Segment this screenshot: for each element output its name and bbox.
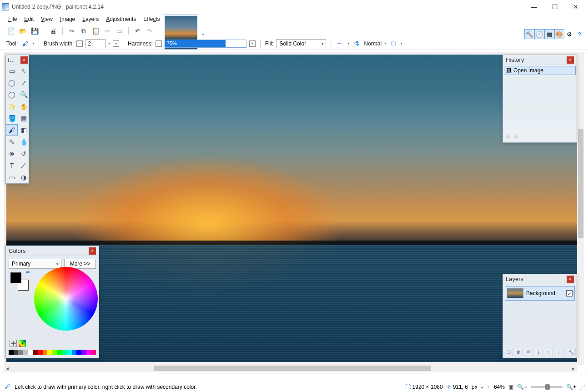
palette-swatch[interactable] [67, 350, 72, 355]
window-resize-grip-icon[interactable]: ⋰ [580, 384, 584, 390]
eraser-tool[interactable]: ◧ [18, 124, 30, 136]
palette-swatch[interactable] [81, 350, 86, 355]
help-button[interactable]: ? [574, 29, 584, 39]
menu-image[interactable]: Image [56, 15, 79, 23]
palette-swatch[interactable] [38, 350, 43, 355]
palette-swatch[interactable] [33, 350, 38, 355]
hardness-slider[interactable]: 75% [165, 40, 246, 48]
paintbrush-tool[interactable]: 🖌 [6, 124, 18, 136]
undo-all-icon[interactable]: ↶ [506, 134, 510, 141]
palette-swatch[interactable] [76, 350, 81, 355]
menu-layers[interactable]: Layers [79, 15, 102, 23]
palette-swatch[interactable] [28, 350, 33, 355]
image-list-chevron-icon[interactable]: ▾ [202, 32, 204, 37]
color-mode-select[interactable]: Primary [9, 259, 61, 269]
minimize-button[interactable]: ― [523, 0, 544, 14]
paint-bucket-tool[interactable]: 🪣 [6, 112, 18, 124]
palette-swatch[interactable] [14, 350, 19, 355]
layer-visible-checkbox[interactable]: ✓ [566, 290, 573, 297]
horizontal-scrollbar[interactable]: ◄ ► [4, 365, 577, 372]
scroll-left-icon[interactable]: ◄ [4, 365, 11, 372]
palette-swatch[interactable] [86, 350, 91, 355]
palette-swatch[interactable] [47, 350, 52, 355]
color-palette[interactable] [9, 350, 96, 355]
unit-chevron-icon[interactable]: ▴ [481, 385, 483, 389]
history-panel-close[interactable]: × [567, 56, 574, 64]
layers-window-toggle[interactable]: ▦ [544, 29, 554, 39]
scrollbar-thumb[interactable] [578, 129, 583, 238]
history-window-toggle[interactable]: 🕘 [534, 29, 544, 39]
add-color-button[interactable]: ➕ [10, 340, 17, 347]
swap-colors-icon[interactable]: ⇄ [26, 270, 30, 275]
close-button[interactable]: ✕ [565, 0, 586, 14]
palette-swatch[interactable] [23, 350, 28, 355]
line-tool[interactable]: ／ [18, 160, 30, 171]
scroll-right-icon[interactable]: ► [570, 365, 577, 372]
palette-swatch[interactable] [62, 350, 67, 355]
pencil-tool[interactable]: ✎ [6, 136, 18, 148]
magic-wand-tool[interactable]: ✨ [6, 101, 18, 112]
scrollbar-thumb[interactable] [154, 366, 431, 371]
hardness-decrease[interactable]: − [156, 40, 162, 47]
move-selection-tool[interactable]: ⤢ [18, 77, 30, 89]
primary-secondary-swatch[interactable]: ⇄ [10, 272, 29, 291]
palette-swatch[interactable] [43, 350, 48, 355]
blend-icon[interactable]: ⚗ [352, 39, 361, 48]
redo-all-icon[interactable]: ↷ [514, 134, 518, 141]
recolor-tool[interactable]: ↺ [18, 148, 30, 160]
colors-panel-close[interactable]: × [89, 247, 96, 255]
aa-chevron-icon[interactable]: ▾ [347, 41, 349, 45]
palette-swatch[interactable] [57, 350, 62, 355]
merge-down-button[interactable]: ⇓ [534, 348, 543, 356]
menu-file[interactable]: File [5, 15, 20, 23]
brush-width-increase[interactable]: + [113, 40, 119, 47]
selmode-chevron-icon[interactable]: ▾ [401, 41, 402, 45]
zoom-slider[interactable] [531, 386, 563, 388]
cut-icon[interactable]: ✂ [67, 26, 76, 35]
brush-width-decrease[interactable]: − [76, 40, 83, 47]
primary-color-swatch[interactable] [10, 272, 21, 283]
new-icon[interactable]: 📄 [6, 26, 15, 35]
unit-label[interactable]: px [472, 384, 477, 390]
selection-mode-icon[interactable]: ⬡ [389, 39, 398, 48]
menu-effects[interactable]: Effects [140, 15, 163, 23]
tools-panel-close[interactable]: × [20, 56, 28, 64]
ellipse-select-tool[interactable]: ◯ [6, 89, 18, 101]
color-picker-tool[interactable]: 💧 [18, 136, 30, 148]
hardness-increase[interactable]: + [249, 40, 256, 47]
rect-select-tool[interactable]: ▭ [6, 65, 18, 77]
active-tool-icon[interactable]: 🖌 [20, 39, 30, 48]
redo-icon[interactable]: ↷ [145, 26, 154, 35]
delete-layer-button[interactable]: 🗑 [514, 348, 523, 356]
menu-edit[interactable]: Edit [20, 15, 37, 23]
zoom-out-icon[interactable]: 🔍− [517, 384, 527, 390]
zoom-tool[interactable]: 🔍 [18, 89, 30, 101]
add-layer-button[interactable]: ❏ [504, 348, 513, 356]
palette-swatch[interactable] [18, 350, 23, 355]
zoom-fit-icon[interactable]: ▣ [508, 384, 513, 390]
tool-chevron-icon[interactable]: ▾ [32, 41, 34, 45]
brush-width-chevron-icon[interactable]: ▾ [108, 41, 110, 45]
menu-adjustments[interactable]: Adjustments [102, 15, 140, 23]
tools-window-toggle[interactable]: 🔨 [524, 29, 534, 39]
copy-icon[interactable]: ⧉ [79, 26, 88, 35]
blend-mode[interactable]: Normal [364, 40, 382, 47]
deselect-icon[interactable]: ▭ [115, 26, 124, 35]
undo-icon[interactable]: ↶ [133, 26, 142, 35]
save-icon[interactable]: 💾 [30, 26, 39, 35]
settings-button[interactable]: ⚙ [564, 29, 574, 39]
blend-chevron-icon[interactable]: ▾ [384, 41, 386, 45]
menu-view[interactable]: View [37, 15, 56, 23]
maximize-button[interactable]: ☐ [544, 0, 565, 14]
paste-icon[interactable]: 📋 [91, 26, 100, 35]
palette-swatch[interactable] [52, 350, 57, 355]
text-tool[interactable]: T [6, 160, 18, 171]
print-icon[interactable]: 🖨 [49, 26, 58, 35]
brush-width-input[interactable] [85, 39, 106, 48]
open-icon[interactable]: 📂 [18, 26, 27, 35]
gradient-tool[interactable]: ▤ [18, 112, 30, 124]
clone-stamp-tool[interactable]: ⊜ [6, 148, 18, 160]
duplicate-layer-button[interactable]: ⧉ [524, 348, 533, 356]
crop-icon[interactable]: ✂ [103, 26, 112, 35]
lasso-tool[interactable]: ◯ [6, 77, 18, 89]
